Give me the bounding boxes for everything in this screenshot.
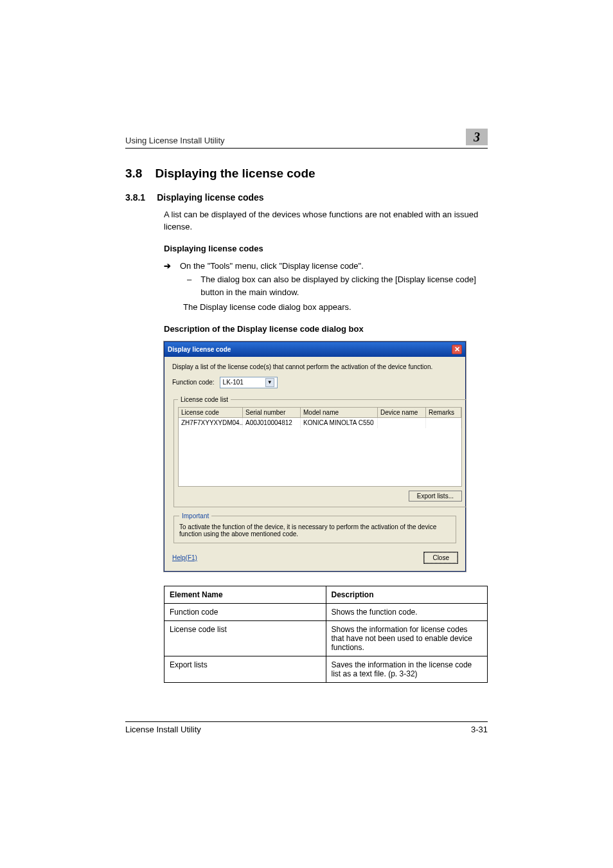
cell-license-code: ZH7F7XYYXYDM04...	[179, 418, 243, 428]
dialog-titlebar: Display license code ✕	[164, 342, 465, 357]
important-note-group: Important To activate the function of th…	[173, 512, 456, 543]
help-link[interactable]: Help(F1)	[172, 554, 197, 561]
table-row: Export lists Saves the information in th…	[164, 656, 488, 682]
table-row[interactable]: ZH7F7XYYXYDM04... A00J010004812 KONICA M…	[179, 418, 461, 428]
cell-remarks	[426, 418, 461, 428]
col-license-code[interactable]: License code	[179, 408, 243, 418]
section-number: 3.8	[125, 167, 142, 181]
grid-header-row: License code Serial number Model name De…	[179, 408, 461, 418]
section-heading: 3.8 Displaying the license code	[125, 167, 488, 181]
page-footer: License Install Utility 3-31	[125, 721, 488, 734]
table-header-description: Description	[326, 586, 488, 603]
grid-empty-space	[179, 428, 461, 486]
col-device-name[interactable]: Device name	[378, 408, 426, 418]
license-code-list-legend: License code list	[178, 396, 231, 403]
cell-name: Export lists	[164, 656, 326, 682]
license-code-list-group: License code list License code Serial nu…	[173, 396, 466, 507]
procedure-result: The Display license code dialog box appe…	[183, 301, 488, 314]
table-header-element-name: Element Name	[164, 586, 326, 603]
close-icon[interactable]: ✕	[452, 345, 462, 354]
running-title: Using License Install Utility	[125, 136, 225, 145]
arrow-icon: ➔	[164, 260, 171, 273]
procedure-step: On the "Tools" menu, click "Display lice…	[180, 260, 364, 273]
subsection-title: Displaying license codes	[157, 192, 264, 203]
cell-desc: Shows the information for license codes …	[326, 620, 488, 656]
chapter-number-badge: 3	[466, 129, 488, 145]
important-text: To activate the function of the device, …	[179, 523, 450, 538]
function-code-value: LK-101	[223, 379, 244, 386]
function-code-select[interactable]: LK-101 ▼	[220, 377, 278, 388]
dialog-description-heading: Description of the Display license code …	[164, 324, 488, 334]
close-button[interactable]: Close	[424, 552, 458, 563]
running-header: Using License Install Utility 3	[125, 129, 488, 149]
table-row: Function code Shows the function code.	[164, 603, 488, 620]
intro-paragraph: A list can be displayed of the devices w…	[164, 209, 488, 233]
subsection-heading: 3.8.1 Displaying license codes	[125, 192, 488, 203]
col-model-name[interactable]: Model name	[301, 408, 378, 418]
cell-desc: Shows the function code.	[326, 603, 488, 620]
col-remarks[interactable]: Remarks	[426, 408, 461, 418]
export-lists-button[interactable]: Export lists...	[409, 491, 462, 502]
cell-device	[378, 418, 426, 428]
dialog-description: Display a list of the license code(s) th…	[172, 363, 458, 370]
cell-serial: A00J010004812	[243, 418, 301, 428]
footer-doc-title: License Install Utility	[125, 725, 201, 734]
cell-model: KONICA MINOLTA C550	[301, 418, 378, 428]
subsection-number: 3.8.1	[125, 192, 145, 203]
section-title: Displaying the license code	[155, 167, 315, 181]
procedure-heading: Displaying license codes	[164, 244, 488, 253]
license-code-grid[interactable]: License code Serial number Model name De…	[178, 407, 462, 487]
dash-icon: –	[187, 273, 191, 298]
element-description-table: Element Name Description Function code S…	[164, 586, 488, 683]
cell-desc: Saves the information in the license cod…	[326, 656, 488, 682]
display-license-code-dialog: Display license code ✕ Display a list of…	[164, 341, 466, 572]
dialog-title-text: Display license code	[168, 346, 231, 353]
table-row: License code list Shows the information …	[164, 620, 488, 656]
cell-name: Function code	[164, 603, 326, 620]
function-code-label: Function code:	[172, 379, 215, 386]
procedure-substep: The dialog box can also be displayed by …	[200, 273, 488, 298]
chevron-down-icon[interactable]: ▼	[265, 378, 274, 387]
col-serial-number[interactable]: Serial number	[243, 408, 301, 418]
important-legend: Important	[179, 512, 211, 520]
cell-name: License code list	[164, 620, 326, 656]
footer-page-number: 3-31	[471, 725, 488, 734]
